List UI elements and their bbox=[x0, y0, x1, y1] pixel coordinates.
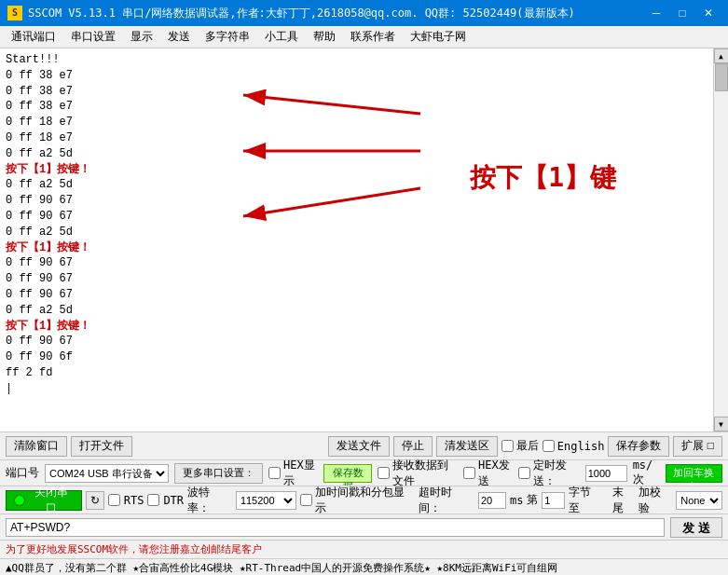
baud-select[interactable]: 115200 bbox=[236, 491, 296, 510]
send-file-button[interactable]: 发送文件 bbox=[328, 436, 390, 457]
hex-send-label: HEX发送 bbox=[478, 458, 513, 489]
status-text: 为了更好地发展SSCOM软件，请您注册嘉立创邮结尾客户 bbox=[6, 542, 262, 556]
clear-window-button[interactable]: 清除窗口 bbox=[6, 436, 67, 457]
english-label: English bbox=[557, 440, 605, 453]
send-button[interactable]: 发 送 bbox=[670, 517, 722, 538]
maximize-button[interactable]: □ bbox=[670, 4, 694, 22]
end-label: 末尾 bbox=[612, 485, 635, 516]
close-button[interactable]: ✕ bbox=[696, 4, 721, 22]
terminal-area: Start!!! 0 ff 38 e7 0 ff 38 e7 0 ff 38 e… bbox=[0, 48, 728, 431]
ticker-bar: ▲QQ群员了，没有第二个群 ★合宙高性价比4G模块 ★RT-Thread中国人的… bbox=[0, 558, 728, 575]
baud-label: 波特率： bbox=[187, 485, 232, 516]
time-stamp-group: 加时间戳和分包显示 bbox=[300, 485, 416, 516]
menu-item-显示[interactable]: 显示 bbox=[123, 27, 160, 47]
app-icon: S bbox=[7, 6, 22, 21]
window-controls: ─ □ ✕ bbox=[644, 4, 721, 22]
open-file-button[interactable]: 打开文件 bbox=[71, 436, 132, 457]
dtr-group: DTR bbox=[147, 494, 184, 507]
main-content: Start!!! 0 ff 38 e7 0 ff 38 e7 0 ff 38 e… bbox=[0, 48, 728, 431]
timestamp-label: 加时间戳和分包显示 bbox=[315, 485, 416, 516]
timeout-input[interactable] bbox=[478, 492, 506, 509]
port-select[interactable]: COM24 USB 串行设备 bbox=[45, 464, 169, 483]
save-param-button[interactable]: 保存参数 bbox=[608, 436, 669, 457]
crlf-button[interactable]: 加回车换行 bbox=[666, 464, 722, 483]
menu-item-发送[interactable]: 发送 bbox=[160, 27, 198, 47]
timeout-label: 超时时间： bbox=[419, 485, 474, 516]
close-port-label: 关闭串口 bbox=[29, 485, 74, 516]
dtr-checkbox[interactable] bbox=[147, 494, 159, 506]
hex-send-checkbox[interactable] bbox=[463, 467, 475, 479]
menu-item-联系作者[interactable]: 联系作者 bbox=[343, 27, 403, 47]
last-checkbox[interactable] bbox=[501, 440, 514, 452]
save-data-button[interactable]: 保存数据 bbox=[323, 464, 372, 483]
last-checkbox-group: 最后 bbox=[501, 438, 539, 454]
menu-item-通讯端口[interactable]: 通讯端口 bbox=[4, 27, 63, 47]
titlebar: S SSCOM V5.13.1 串口/网络数据调试器,作者:大虾丁丁,26180… bbox=[0, 0, 728, 26]
scrollbar-up-button[interactable]: ▲ bbox=[714, 48, 729, 63]
hex-display-checkbox[interactable] bbox=[268, 467, 281, 479]
rts-label: RTS bbox=[124, 494, 144, 507]
menu-item-小工具[interactable]: 小工具 bbox=[257, 27, 306, 47]
scrollbar-track[interactable] bbox=[714, 63, 728, 417]
dtr-label: DTR bbox=[163, 494, 184, 507]
byte-label: 字节 至 bbox=[569, 485, 609, 516]
scrollbar-thumb[interactable] bbox=[715, 63, 728, 91]
menu-item-大虾电子网[interactable]: 大虾电子网 bbox=[403, 27, 474, 47]
clear-send-button[interactable]: 清发送区 bbox=[436, 436, 498, 457]
command-input[interactable] bbox=[6, 518, 665, 537]
control-row: 关闭串口 ↻ RTS DTR 波特率： 115200 加时间戳和分包显示 超时时… bbox=[0, 486, 728, 513]
recv-file-checkbox[interactable] bbox=[378, 467, 390, 479]
english-checkbox-group: English bbox=[543, 440, 605, 453]
interval-input[interactable] bbox=[585, 465, 627, 482]
page-label: 第 bbox=[527, 492, 538, 508]
last-label: 最后 bbox=[516, 438, 539, 454]
check-select[interactable]: None bbox=[676, 491, 722, 510]
title-text: SSCOM V5.13.1 串口/网络数据调试器,作者:大虾丁丁,2618058… bbox=[28, 6, 644, 21]
menu-item-串口设置[interactable]: 串口设置 bbox=[63, 27, 123, 47]
input-row: 发 送 bbox=[0, 513, 728, 540]
menubar: 通讯端口串口设置显示发送多字符串小工具帮助联系作者大虾电子网 bbox=[0, 26, 728, 48]
close-port-button[interactable]: 关闭串口 bbox=[6, 490, 82, 511]
menu-item-多字符串[interactable]: 多字符串 bbox=[198, 27, 257, 47]
scrollbar-down-button[interactable]: ▼ bbox=[714, 417, 729, 431]
port-settings-row: 端口号 COM24 USB 串行设备 更多串口设置： HEX显示 保存数据 接收… bbox=[0, 459, 728, 486]
terminal-scrollbar[interactable]: ▲ ▼ bbox=[713, 48, 728, 431]
rts-checkbox[interactable] bbox=[108, 494, 120, 506]
stop-button[interactable]: 停止 bbox=[393, 436, 433, 457]
minimize-button[interactable]: ─ bbox=[644, 4, 668, 22]
terminal-output: Start!!! 0 ff 38 e7 0 ff 38 e7 0 ff 38 e… bbox=[0, 48, 713, 431]
statusbar: 为了更好地发展SSCOM软件，请您注册嘉立创邮结尾客户 bbox=[0, 540, 728, 558]
english-checkbox[interactable] bbox=[543, 440, 555, 452]
timestamp-checkbox[interactable] bbox=[300, 494, 312, 506]
port-label: 端口号 bbox=[6, 465, 39, 481]
refresh-button[interactable]: ↻ bbox=[86, 491, 104, 510]
menu-item-帮助[interactable]: 帮助 bbox=[306, 27, 343, 47]
expand-button[interactable]: 扩展 □ bbox=[673, 436, 722, 457]
bottom-toolbar: 清除窗口 打开文件 发送文件 停止 清发送区 最后 English 保存参数 扩… bbox=[0, 431, 728, 459]
rts-group: RTS bbox=[108, 494, 144, 507]
multi-port-button[interactable]: 更多串口设置： bbox=[174, 463, 263, 484]
ticker-text: ▲QQ群员了，没有第二个群 ★合宙高性价比4G模块 ★RT-Thread中国人的… bbox=[6, 562, 557, 574]
check-label: 加校验 bbox=[639, 485, 672, 516]
port-status-indicator bbox=[14, 495, 25, 506]
interval-unit: ms/次 bbox=[633, 459, 660, 487]
timeout-ms: ms bbox=[510, 494, 523, 507]
timed-send-checkbox[interactable] bbox=[518, 467, 530, 479]
page-input[interactable] bbox=[542, 492, 565, 509]
